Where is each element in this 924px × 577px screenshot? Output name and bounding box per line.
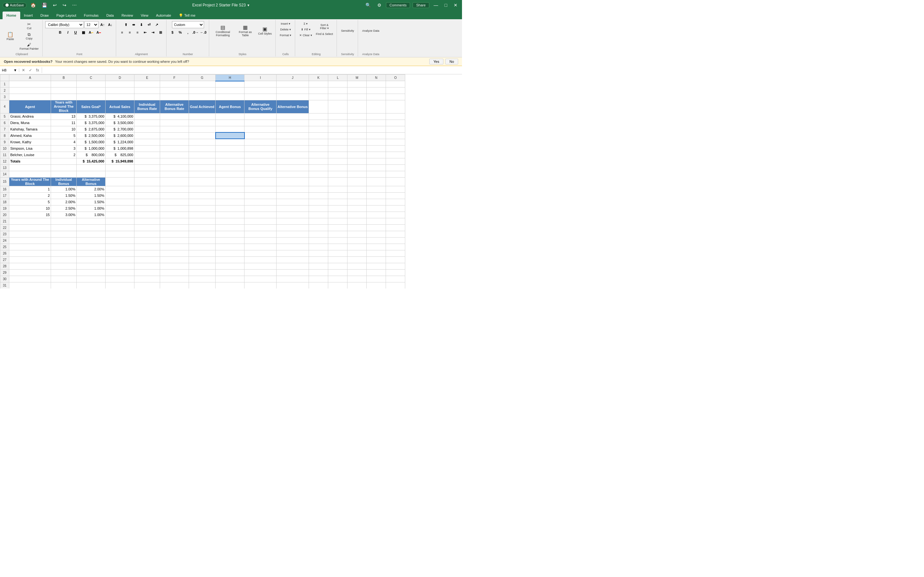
format-painter-btn[interactable]: 🖌Format Painter bbox=[18, 42, 40, 51]
tab-insert[interactable]: Insert bbox=[20, 11, 37, 19]
cell-A4[interactable]: Agent bbox=[9, 100, 51, 113]
tab-review[interactable]: Review bbox=[118, 11, 137, 19]
row-num-20[interactable]: 20 bbox=[0, 211, 9, 218]
align-bottom-btn[interactable]: ⬇ bbox=[138, 21, 145, 28]
cell-I10[interactable] bbox=[244, 145, 276, 152]
settings-btn[interactable]: ⚙ bbox=[375, 2, 383, 8]
cell-N6[interactable] bbox=[367, 119, 386, 126]
cell-A14[interactable] bbox=[9, 171, 51, 177]
cell-D9[interactable]: $ 1,224,000 bbox=[105, 139, 134, 145]
cell-O6[interactable] bbox=[386, 119, 405, 126]
cell-E1[interactable] bbox=[134, 81, 160, 87]
cell-A16[interactable]: 1 bbox=[9, 186, 51, 192]
cell-G1[interactable] bbox=[189, 81, 216, 87]
cell-K7[interactable] bbox=[309, 126, 328, 132]
cell-I15[interactable] bbox=[244, 177, 276, 186]
cell-B17[interactable]: 1.50% bbox=[51, 192, 77, 199]
cell-O12[interactable] bbox=[386, 158, 405, 164]
cell-B6[interactable]: 11 bbox=[51, 119, 77, 126]
underline-btn[interactable]: U bbox=[72, 29, 79, 36]
cell-M16[interactable] bbox=[347, 186, 367, 192]
cell-C10[interactable]: $ 1,000,000 bbox=[77, 145, 105, 152]
cell-C12[interactable]: $ 15,425,000 bbox=[77, 158, 105, 164]
italic-btn[interactable]: I bbox=[65, 29, 71, 36]
autosave-toggle[interactable]: AutoSave bbox=[3, 3, 27, 8]
cell-N9[interactable] bbox=[367, 139, 386, 145]
cell-N2[interactable] bbox=[367, 87, 386, 94]
col-header-E[interactable]: E bbox=[134, 75, 160, 81]
cell-K4[interactable] bbox=[309, 100, 328, 113]
cell-N18[interactable] bbox=[367, 199, 386, 205]
row-num-9[interactable]: 9 bbox=[0, 139, 9, 145]
cell-O14[interactable] bbox=[386, 171, 405, 177]
cell-I3[interactable] bbox=[244, 94, 276, 100]
cell-I14[interactable] bbox=[244, 171, 276, 177]
cell-M1[interactable] bbox=[347, 81, 367, 87]
font-color-btn[interactable]: A▬ bbox=[95, 29, 102, 36]
cell-styles-btn[interactable]: ▣ Cell Styles bbox=[257, 21, 274, 40]
cell-M18[interactable] bbox=[347, 199, 367, 205]
row-num-2[interactable]: 2 bbox=[0, 87, 9, 94]
cell-L16[interactable] bbox=[328, 186, 347, 192]
col-header-D[interactable]: D bbox=[105, 75, 134, 81]
cell-J4[interactable]: Alternative Bonus bbox=[276, 100, 309, 113]
row-num-16[interactable]: 16 bbox=[0, 186, 9, 192]
cell-D4[interactable]: Actual Sales bbox=[105, 100, 134, 113]
cell-E20[interactable] bbox=[134, 211, 160, 218]
cell-C15[interactable]: Alternative Bonus bbox=[77, 177, 105, 186]
col-header-J[interactable]: J bbox=[276, 75, 309, 81]
cell-H9[interactable] bbox=[216, 139, 244, 145]
col-header-A[interactable]: A bbox=[9, 75, 51, 81]
cell-G2[interactable] bbox=[189, 87, 216, 94]
cell-E2[interactable] bbox=[134, 87, 160, 94]
cell-A1[interactable] bbox=[9, 81, 51, 87]
cell-B1[interactable] bbox=[51, 81, 77, 87]
cell-C20[interactable]: 1.00% bbox=[77, 211, 105, 218]
cell-C1[interactable] bbox=[77, 81, 105, 87]
cell-E4[interactable]: Individual Bonus Rate bbox=[134, 100, 160, 113]
align-center-btn[interactable]: ≡ bbox=[126, 29, 134, 36]
cell-O17[interactable] bbox=[386, 192, 405, 199]
cell-M3[interactable] bbox=[347, 94, 367, 100]
cut-btn[interactable]: ✂Cut bbox=[18, 21, 40, 31]
cell-N7[interactable] bbox=[367, 126, 386, 132]
cell-H15[interactable] bbox=[216, 177, 244, 186]
cell-L14[interactable] bbox=[328, 171, 347, 177]
cell-N10[interactable] bbox=[367, 145, 386, 152]
cell-N16[interactable] bbox=[367, 186, 386, 192]
cell-H10[interactable] bbox=[216, 145, 244, 152]
cell-E7[interactable] bbox=[134, 126, 160, 132]
cell-L3[interactable] bbox=[328, 94, 347, 100]
confirm-formula-btn[interactable]: ✓ bbox=[27, 67, 33, 73]
cell-G11[interactable] bbox=[189, 152, 216, 158]
tab-formulas[interactable]: Formulas bbox=[80, 11, 103, 19]
cell-K10[interactable] bbox=[309, 145, 328, 152]
cell-O13[interactable] bbox=[386, 164, 405, 171]
row-num-13[interactable]: 13 bbox=[0, 164, 9, 171]
cell-F8[interactable] bbox=[160, 132, 189, 139]
row-num-18[interactable]: 18 bbox=[0, 199, 9, 205]
row-num-12[interactable]: 12 bbox=[0, 158, 9, 164]
cell-I18[interactable] bbox=[244, 199, 276, 205]
row-num-4[interactable]: 4 bbox=[0, 100, 9, 113]
cell-E17[interactable] bbox=[134, 192, 160, 199]
row-num-7[interactable]: 7 bbox=[0, 126, 9, 132]
cell-J14[interactable] bbox=[276, 171, 309, 177]
cell-L5[interactable] bbox=[328, 113, 347, 119]
cell-G9[interactable] bbox=[189, 139, 216, 145]
cell-L9[interactable] bbox=[328, 139, 347, 145]
cell-I19[interactable] bbox=[244, 205, 276, 211]
cell-L17[interactable] bbox=[328, 192, 347, 199]
cell-ref-dropdown[interactable]: ▼ bbox=[13, 68, 17, 72]
cell-E8[interactable] bbox=[134, 132, 160, 139]
cell-L7[interactable] bbox=[328, 126, 347, 132]
col-header-B[interactable]: B bbox=[51, 75, 77, 81]
cell-F4[interactable]: Alternative Bonus Rate bbox=[160, 100, 189, 113]
cell-C9[interactable]: $ 1,500,000 bbox=[77, 139, 105, 145]
col-header-L[interactable]: L bbox=[328, 75, 347, 81]
cell-B15[interactable]: Individual Bonus bbox=[51, 177, 77, 186]
cell-C11[interactable]: $ 800,000 bbox=[77, 152, 105, 158]
cell-I2[interactable] bbox=[244, 87, 276, 94]
delete-cells-btn[interactable]: Delete ▾ bbox=[278, 27, 293, 32]
cell-B19[interactable]: 2.50% bbox=[51, 205, 77, 211]
